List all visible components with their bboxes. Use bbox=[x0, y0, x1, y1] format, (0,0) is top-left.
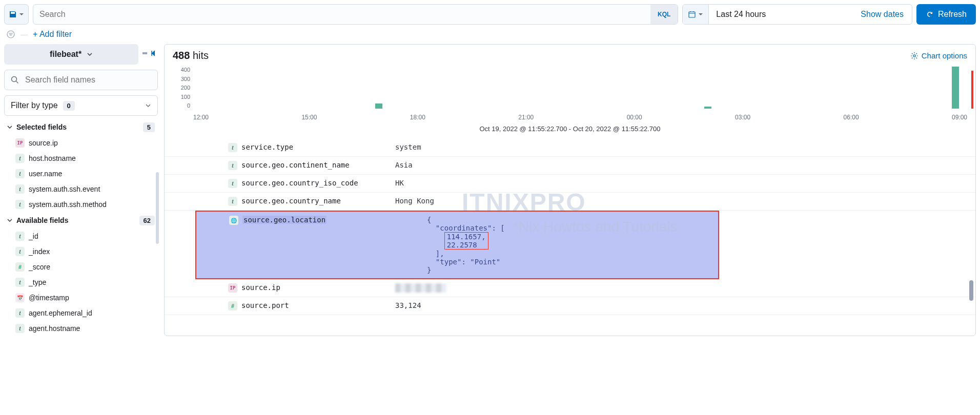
field-type-icon: t bbox=[15, 308, 25, 318]
doc-field-name: source.port bbox=[241, 301, 289, 309]
refresh-label: Refresh bbox=[938, 10, 967, 19]
chart-options-button[interactable]: Chart options bbox=[910, 51, 967, 60]
doc-field-name: source.geo.country_name bbox=[241, 197, 341, 205]
field-type-icon: t bbox=[15, 200, 25, 209]
chevron-down-icon bbox=[7, 218, 12, 223]
field-item[interactable]: tsystem.auth.ssh.event bbox=[4, 181, 158, 197]
field-type-icon: t bbox=[15, 247, 25, 256]
calendar-icon bbox=[688, 10, 696, 18]
sidebar-collapse-icon[interactable] bbox=[150, 49, 158, 57]
field-name: _id bbox=[29, 232, 38, 240]
document-fields: tservice.type system tsource.geo.contine… bbox=[165, 139, 975, 315]
field-type-icon: t bbox=[15, 154, 25, 163]
collapse-icon[interactable]: ••• bbox=[142, 49, 147, 57]
search-box: KQL bbox=[33, 4, 678, 25]
field-type-icon: 📅 bbox=[15, 293, 25, 302]
field-item[interactable]: tagent.hostname bbox=[4, 321, 158, 336]
date-quick-menu[interactable] bbox=[683, 5, 709, 24]
field-search-input[interactable] bbox=[4, 70, 158, 90]
field-item[interactable]: IPsource.ip bbox=[4, 135, 158, 151]
content-scrollbar[interactable] bbox=[969, 280, 973, 301]
filter-settings-icon[interactable] bbox=[6, 30, 15, 39]
field-name: _index bbox=[29, 247, 50, 256]
field-item[interactable]: thost.hostname bbox=[4, 151, 158, 166]
svg-point-2 bbox=[12, 77, 17, 82]
field-type-icon: t bbox=[228, 179, 237, 188]
doc-field-value bbox=[395, 283, 975, 293]
field-name: _score bbox=[29, 263, 50, 271]
disk-icon bbox=[9, 10, 17, 18]
saved-query-menu[interactable] bbox=[4, 4, 29, 25]
filter-by-type[interactable]: Filter by type 0 bbox=[4, 95, 158, 116]
filter-by-type-label: Filter by type bbox=[11, 101, 58, 110]
chart-plot bbox=[193, 67, 967, 109]
field-type-icon: t bbox=[15, 232, 25, 241]
field-name: agent.hostname bbox=[29, 324, 80, 333]
doc-row[interactable]: tsource.geo.country_iso_code HK bbox=[165, 175, 975, 193]
field-type-icon: t bbox=[228, 197, 237, 206]
field-item[interactable]: t_type bbox=[4, 275, 158, 290]
doc-field-name: source.geo.location bbox=[242, 216, 326, 224]
redacted-value bbox=[395, 283, 446, 293]
doc-row[interactable]: tservice.type system bbox=[165, 139, 975, 157]
doc-field-name: source.ip bbox=[241, 283, 280, 292]
field-name: source.ip bbox=[29, 139, 58, 147]
x-axis: 12:0015:0018:0021:0000:0003:0006:0009:00 bbox=[193, 114, 967, 121]
chevron-down-icon bbox=[698, 12, 703, 17]
selected-fields-header[interactable]: Selected fields 5 bbox=[4, 119, 158, 135]
field-type-icon: t bbox=[15, 324, 25, 333]
field-item[interactable]: tsystem.auth.ssh.method bbox=[4, 197, 158, 212]
doc-field-value: Asia bbox=[395, 161, 975, 170]
kql-badge[interactable]: KQL bbox=[650, 5, 678, 24]
field-type-icon: t bbox=[15, 169, 25, 178]
chevron-down-icon bbox=[19, 12, 24, 17]
field-item[interactable]: t_id bbox=[4, 229, 158, 244]
available-fields-label: Available fields bbox=[16, 216, 68, 224]
field-name: _type bbox=[29, 278, 46, 286]
date-range-text[interactable]: Last 24 hours bbox=[709, 10, 852, 19]
field-name: system.auth.ssh.event bbox=[29, 185, 100, 193]
index-pattern-name: filebeat* bbox=[50, 50, 81, 59]
doc-field-value: HK bbox=[395, 179, 975, 188]
chevron-down-icon bbox=[7, 125, 12, 130]
index-pattern-selector[interactable]: filebeat* bbox=[4, 44, 138, 65]
refresh-icon bbox=[926, 10, 934, 18]
gear-icon bbox=[910, 52, 918, 60]
doc-field-name: service.type bbox=[241, 143, 293, 151]
field-name: host.hostname bbox=[29, 154, 76, 162]
field-type-icon: t bbox=[228, 143, 237, 152]
field-item[interactable]: tagent.ephemeral_id bbox=[4, 305, 158, 321]
doc-row-highlighted[interactable]: 🌐source.geo.location { "coordinates": [ … bbox=[195, 211, 719, 279]
show-dates-link[interactable]: Show dates bbox=[852, 10, 912, 19]
field-name: system.auth.ssh.method bbox=[29, 200, 107, 209]
field-type-icon: # bbox=[228, 301, 237, 310]
field-search bbox=[4, 70, 158, 90]
svg-point-3 bbox=[913, 54, 915, 56]
available-fields-count: 62 bbox=[139, 216, 155, 225]
hit-count: 488 hits bbox=[173, 50, 209, 61]
doc-row[interactable]: #source.port 33,124 bbox=[165, 297, 975, 315]
field-item[interactable]: 📅@timestamp bbox=[4, 290, 158, 305]
svg-rect-0 bbox=[689, 12, 695, 17]
doc-field-value: { "coordinates": [ 114.1657, 22.2578 ], … bbox=[427, 216, 718, 274]
doc-field-value: 33,124 bbox=[395, 301, 975, 310]
selected-fields-label: Selected fields bbox=[16, 123, 67, 131]
refresh-button[interactable]: Refresh bbox=[916, 4, 976, 25]
doc-row[interactable]: tsource.geo.continent_name Asia bbox=[165, 157, 975, 175]
doc-row[interactable]: IPsource.ip bbox=[165, 279, 975, 297]
sidebar-scrollbar[interactable] bbox=[156, 172, 159, 244]
field-item[interactable]: #_score bbox=[4, 259, 158, 275]
field-item[interactable]: t_index bbox=[4, 244, 158, 259]
selected-fields-count: 5 bbox=[143, 122, 155, 132]
histogram-chart[interactable]: 4003002001000 12:0015:0018:0021:0000:000… bbox=[165, 67, 975, 139]
available-fields-header[interactable]: Available fields 62 bbox=[4, 212, 158, 229]
field-item[interactable]: tuser.name bbox=[4, 166, 158, 181]
field-type-icon: t bbox=[228, 161, 237, 170]
content-panel: 488 hits Chart options 4003002001000 12:… bbox=[164, 44, 976, 336]
field-name: agent.ephemeral_id bbox=[29, 309, 92, 317]
date-picker: Last 24 hours Show dates bbox=[682, 4, 912, 25]
add-filter-button[interactable]: + Add filter bbox=[33, 30, 72, 39]
field-name: user.name bbox=[29, 170, 62, 178]
doc-row[interactable]: tsource.geo.country_name Hong Kong bbox=[165, 193, 975, 211]
search-input[interactable] bbox=[33, 10, 650, 19]
